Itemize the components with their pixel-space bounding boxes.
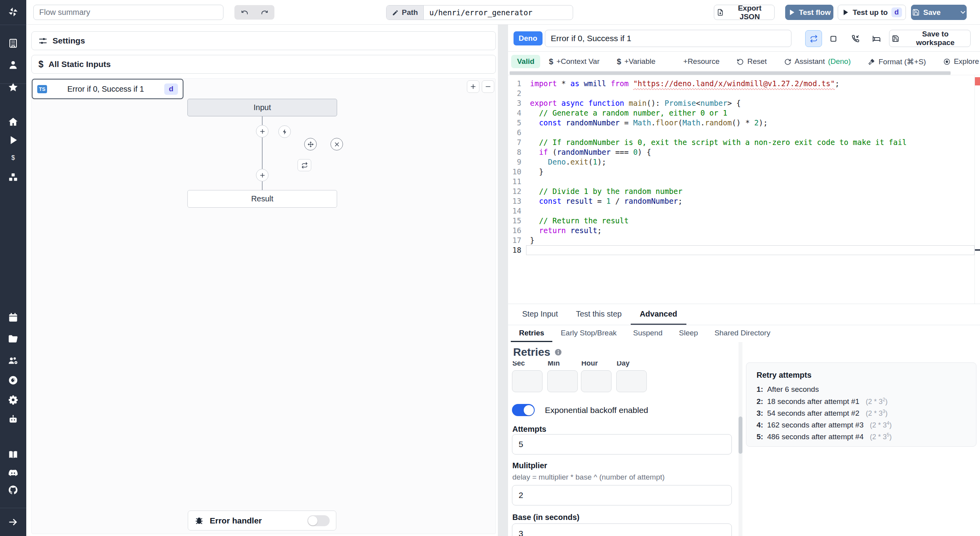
error-handler-row[interactable]: Error handler xyxy=(188,511,336,531)
step-title-input[interactable] xyxy=(545,30,791,47)
insert-step-button[interactable] xyxy=(256,125,269,138)
zoom-out-button[interactable] xyxy=(482,80,494,93)
step-retries-chip[interactable] xyxy=(298,159,311,171)
code-line-9[interactable]: Deno.exit(1); xyxy=(526,157,975,167)
subtab-retries[interactable]: Retries xyxy=(511,325,552,342)
flow-settings-row[interactable]: Settings xyxy=(31,31,496,50)
all-static-inputs-row[interactable]: $ All Static Inputs xyxy=(31,55,496,74)
code-line-8[interactable]: if (randomNumber === 0) { xyxy=(526,147,975,157)
sidebar-cubes-icon[interactable] xyxy=(0,169,26,185)
error-marker xyxy=(975,77,980,85)
move-step-button[interactable] xyxy=(304,138,317,150)
toolbar-item--resource[interactable]: +Resource xyxy=(664,57,728,66)
delete-step-button[interactable] xyxy=(330,138,343,150)
zoom-in-button[interactable] xyxy=(467,80,479,93)
time-input-sec[interactable] xyxy=(512,370,543,392)
sidebar-discord-icon[interactable] xyxy=(0,465,26,481)
time-input-hour[interactable] xyxy=(581,370,612,392)
undo-icon[interactable] xyxy=(234,5,254,20)
code-line-16[interactable]: return result; xyxy=(526,226,975,235)
code-line-13[interactable]: const result = 1 / randomNumber; xyxy=(526,196,975,206)
subtab-early-stop-break[interactable]: Early Stop/Break xyxy=(552,325,625,342)
trigger-button[interactable] xyxy=(278,125,291,138)
code-line-7[interactable]: // If randomNumber is 0, exit the script… xyxy=(526,138,975,147)
sidebar-eye-icon[interactable] xyxy=(0,372,26,388)
phone-incoming-button[interactable] xyxy=(847,30,864,47)
sidebar-folder-icon[interactable] xyxy=(0,331,26,347)
export-json-button[interactable]: Export JSON xyxy=(714,5,775,20)
sidebar-star-icon[interactable] xyxy=(0,79,26,95)
flow-node-input[interactable]: Input xyxy=(187,99,337,116)
repeat-button[interactable] xyxy=(805,30,822,47)
flow-canvas[interactable]: Input TS Error if 0, Success if 1 d Resu… xyxy=(31,78,496,534)
path-value[interactable]: u/henri/error_generator xyxy=(424,5,538,20)
subtab-sleep[interactable]: Sleep xyxy=(671,325,706,342)
subtab-shared-directory[interactable]: Shared Directory xyxy=(706,325,779,342)
sidebar-bot-icon[interactable] xyxy=(0,411,26,427)
sidebar-dollar-icon[interactable]: $ xyxy=(0,150,26,166)
toolbar-item-format-s-[interactable]: Format (⌘+S) xyxy=(859,57,935,66)
code-line-2[interactable] xyxy=(526,89,975,98)
sidebar-home-icon[interactable] xyxy=(0,114,26,129)
test-flow-button[interactable]: Test flow xyxy=(785,5,833,20)
path-field[interactable]: Path u/henri/error_generator xyxy=(386,5,573,20)
flow-node-step[interactable]: TS Error if 0, Success if 1 d xyxy=(32,79,183,99)
sidebar-book-icon[interactable] xyxy=(0,447,26,462)
sidebar-gear-icon[interactable] xyxy=(0,392,26,407)
code-line-17[interactable]: } xyxy=(526,235,975,245)
base-input[interactable] xyxy=(512,523,732,536)
square-button[interactable] xyxy=(825,30,842,47)
insert-step-button[interactable] xyxy=(256,169,269,181)
sidebar-play-icon[interactable] xyxy=(0,132,26,148)
sidebar-building-icon[interactable] xyxy=(0,35,26,51)
save-button[interactable]: Save xyxy=(911,5,967,20)
explore-icon xyxy=(943,58,951,65)
code-line-12[interactable]: // Divide 1 by the random number xyxy=(526,187,975,196)
retries-scrollbar[interactable] xyxy=(739,342,742,536)
subtab-suspend[interactable]: Suspend xyxy=(625,325,671,342)
time-input-day[interactable] xyxy=(616,370,647,392)
time-input-min[interactable] xyxy=(547,370,578,392)
error-handler-toggle[interactable] xyxy=(307,515,330,526)
sidebar-users-cog-icon[interactable] xyxy=(0,353,26,368)
code-line-14[interactable] xyxy=(526,206,975,216)
flow-summary-input[interactable]: Flow summary xyxy=(33,5,223,20)
code-line-11[interactable] xyxy=(526,177,975,187)
sidebar-calendar-icon[interactable] xyxy=(0,310,26,325)
code-line-4[interactable]: // Generate a random number, either 0 or… xyxy=(526,108,975,118)
toolbar-item--context-var[interactable]: $+Context Var xyxy=(540,57,608,66)
bed-button[interactable] xyxy=(868,30,885,47)
exponential-backoff-toggle[interactable] xyxy=(512,404,535,416)
multiplier-input[interactable] xyxy=(512,485,732,505)
flow-node-result[interactable]: Result xyxy=(187,190,337,208)
code-line-1[interactable]: import * as wmill from "https://deno.lan… xyxy=(526,79,975,89)
scrollbar-thumb[interactable] xyxy=(739,416,742,454)
redo-icon[interactable] xyxy=(254,5,274,20)
code-line-6[interactable] xyxy=(526,128,975,138)
toolbar-item-explore-other-s[interactable]: Explore other s xyxy=(935,57,980,66)
code-line-18[interactable] xyxy=(526,245,975,255)
editor-toolbar: Valid $+Context Var$+Variable+ResourceRe… xyxy=(508,52,980,71)
sidebar-arrow-right-icon[interactable] xyxy=(0,514,26,530)
toolbar-hscrollbar[interactable] xyxy=(510,71,951,75)
info-icon[interactable] xyxy=(554,348,562,356)
sidebar-user-icon[interactable] xyxy=(0,57,26,72)
tab-step-input[interactable]: Step Input xyxy=(513,304,567,325)
tab-test-this-step[interactable]: Test this step xyxy=(567,304,631,325)
toolbar-item-reset[interactable]: Reset xyxy=(728,57,775,66)
toolbar-item-assistant[interactable]: Assistant (Deno) xyxy=(775,57,859,66)
pane-resize-divider[interactable] xyxy=(498,25,508,536)
save-dropdown-toggle[interactable] xyxy=(954,5,972,20)
sidebar-github-icon[interactable] xyxy=(0,482,26,498)
tab-advanced[interactable]: Advanced xyxy=(631,304,686,325)
toolbar-item--variable[interactable]: $+Variable xyxy=(608,57,664,66)
code-area[interactable]: import * as wmill from "https://deno.lan… xyxy=(526,79,975,255)
test-up-to-button[interactable]: Test up to d xyxy=(838,5,906,20)
code-line-15[interactable]: // Return the result xyxy=(526,216,975,226)
code-line-10[interactable]: } xyxy=(526,167,975,177)
code-editor[interactable]: 123456789101112131415161718 import * as … xyxy=(508,75,980,304)
code-line-5[interactable]: const randomNumber = Math.floor(Math.ran… xyxy=(526,118,975,128)
code-line-3[interactable]: export async function main(): Promise<nu… xyxy=(526,98,975,108)
save-to-workspace-button[interactable]: Save to workspace xyxy=(889,30,971,47)
attempts-input[interactable] xyxy=(512,434,732,455)
